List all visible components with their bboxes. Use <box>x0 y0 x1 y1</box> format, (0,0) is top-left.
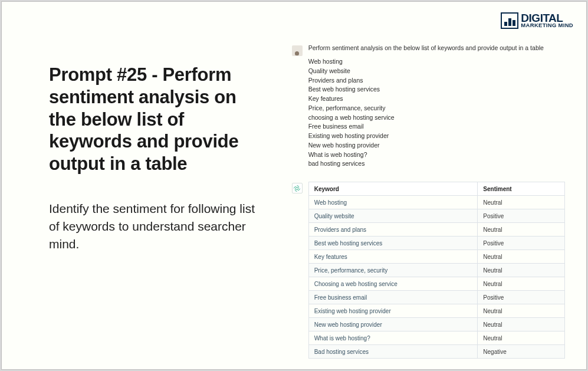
cell-sentiment: Neutral <box>478 250 565 264</box>
table-row: Best web hosting servicesPositive <box>308 237 564 250</box>
cell-keyword: Choosing a web hosting service <box>308 277 478 291</box>
list-item: Free business email <box>308 122 565 132</box>
table-row: Quality websitePositive <box>308 209 564 223</box>
cell-keyword: Bad hosting services <box>308 345 478 359</box>
cell-sentiment: Neutral <box>478 318 565 331</box>
cell-keyword: Price, performance, security <box>308 264 478 277</box>
slide-subtitle: Identify the sentiment for following lis… <box>49 200 265 252</box>
table-row: New web hosting providerNeutral <box>308 318 564 331</box>
table-row: Providers and plansNeutral <box>308 223 564 237</box>
ai-message: Keyword Sentiment Web hostingNeutralQual… <box>288 179 569 361</box>
user-message: Perform sentiment analysis on the below … <box>288 42 569 171</box>
table-row: Bad hosting servicesNegative <box>308 345 564 359</box>
logo-icon <box>501 12 518 29</box>
brand-logo: DIGITAL MARKETING MIND <box>501 12 573 29</box>
user-avatar-icon <box>292 45 303 56</box>
cell-sentiment: Positive <box>478 209 565 223</box>
cell-sentiment: Neutral <box>478 277 565 291</box>
list-item: choosing a web hosting service <box>308 113 565 123</box>
list-item: New web hosting provider <box>308 141 565 150</box>
logo-text: DIGITAL MARKETING MIND <box>521 14 573 28</box>
user-prompt-text: Perform sentiment analysis on the below … <box>308 44 565 51</box>
header-sentiment: Sentiment <box>478 182 565 196</box>
cell-keyword: Key features <box>308 250 478 264</box>
cell-keyword: Free business email <box>308 291 478 304</box>
list-item: Existing web hosting provider <box>308 132 565 141</box>
cell-keyword: Providers and plans <box>308 223 478 237</box>
list-item: Quality website <box>308 67 565 76</box>
table-row: Free business emailPositive <box>308 291 564 304</box>
svg-point-0 <box>296 187 298 189</box>
sentiment-table: Keyword Sentiment Web hostingNeutralQual… <box>308 182 565 359</box>
user-keyword-list: Web hostingQuality websiteProviders and … <box>308 57 565 169</box>
ai-content: Keyword Sentiment Web hostingNeutralQual… <box>308 182 565 359</box>
list-item: Best web hosting services <box>308 85 565 94</box>
cell-sentiment: Positive <box>478 291 565 304</box>
left-column: Prompt #25 - Perform sentiment analysis … <box>2 2 282 369</box>
cell-sentiment: Neutral <box>478 331 565 345</box>
cell-keyword: New web hosting provider <box>308 318 478 331</box>
table-row: Key featuresNeutral <box>308 250 564 264</box>
cell-sentiment: Neutral <box>478 264 565 277</box>
table-row: What is web hosting?Neutral <box>308 331 564 345</box>
cell-keyword: Quality website <box>308 209 478 223</box>
list-item: Price, performance, security <box>308 104 565 113</box>
list-item: Web hosting <box>308 57 565 67</box>
header-keyword: Keyword <box>308 182 478 196</box>
list-item: Key features <box>308 94 565 104</box>
list-item: bad hosting services <box>308 159 565 169</box>
table-header-row: Keyword Sentiment <box>308 182 564 196</box>
cell-sentiment: Neutral <box>478 196 565 209</box>
table-row: Existing web hosting providerNeutral <box>308 304 564 318</box>
slide-container: DIGITAL MARKETING MIND Prompt #25 - Perf… <box>1 1 587 370</box>
right-column: Perform sentiment analysis on the below … <box>282 2 586 369</box>
cell-sentiment: Negative <box>478 345 565 359</box>
logo-subtitle: MARKETING MIND <box>521 23 573 28</box>
cell-sentiment: Neutral <box>478 304 565 318</box>
ai-avatar-icon <box>292 183 303 193</box>
cell-keyword: What is web hosting? <box>308 331 478 345</box>
list-item: What is web hosting? <box>308 150 565 160</box>
slide-title: Prompt #25 - Perform sentiment analysis … <box>49 64 265 175</box>
table-row: Web hostingNeutral <box>308 196 564 209</box>
cell-keyword: Best web hosting services <box>308 237 478 250</box>
table-body: Web hostingNeutralQuality websitePositiv… <box>308 196 564 359</box>
cell-sentiment: Neutral <box>478 223 565 237</box>
cell-keyword: Web hosting <box>308 196 478 209</box>
cell-sentiment: Positive <box>478 237 565 250</box>
list-item: Providers and plans <box>308 76 565 86</box>
table-row: Price, performance, securityNeutral <box>308 264 564 277</box>
user-content: Perform sentiment analysis on the below … <box>308 44 565 169</box>
table-row: Choosing a web hosting serviceNeutral <box>308 277 564 291</box>
cell-keyword: Existing web hosting provider <box>308 304 478 318</box>
